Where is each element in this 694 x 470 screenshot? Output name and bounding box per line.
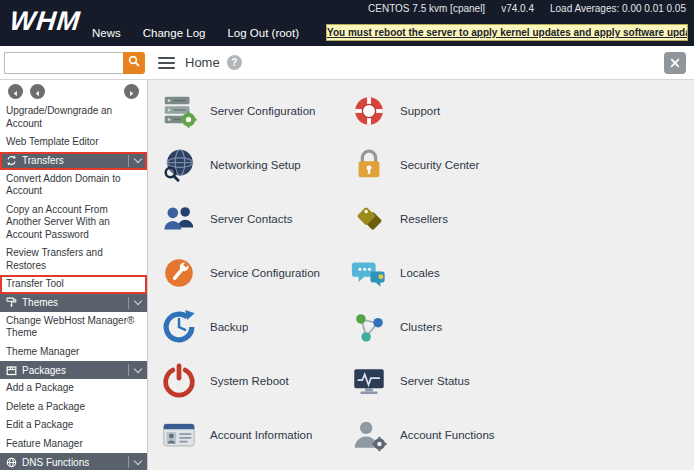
sidebar-section-transfers[interactable]: Transfers	[0, 152, 147, 170]
help-icon[interactable]: ?	[227, 55, 242, 70]
app-item-system-reboot[interactable]: System Reboot	[160, 362, 350, 400]
search-icon	[128, 55, 140, 70]
topnav-news[interactable]: News	[92, 27, 121, 39]
whm-logo[interactable]: WHM	[8, 6, 82, 37]
account-functions-icon	[350, 416, 388, 454]
section-label: Themes	[22, 297, 58, 308]
sidebar-item-copy-an-account-from-another-server-with-an-account-password[interactable]: Copy an Account From Another Server With…	[0, 201, 147, 245]
main-grid: Server ConfigurationSupportNetworking Se…	[148, 80, 694, 470]
search-input[interactable]	[4, 52, 123, 74]
app-item-label: Account Information	[210, 429, 312, 441]
server-contacts-icon	[160, 200, 198, 238]
app-item-locales[interactable]: Locales	[350, 254, 694, 292]
sidebar-item-feature-manager[interactable]: Feature Manager	[0, 435, 147, 454]
resellers-icon	[350, 200, 388, 238]
chevron-down-icon	[128, 456, 141, 468]
sidebar-section-dns-functions[interactable]: DNS Functions	[0, 453, 147, 470]
section-label: Packages	[22, 365, 66, 376]
app-item-networking-setup[interactable]: Networking Setup	[160, 146, 350, 184]
dns-functions-icon	[6, 457, 17, 468]
sidebar-item-theme-manager[interactable]: Theme Manager	[0, 343, 147, 362]
app-item-label: Networking Setup	[210, 159, 301, 171]
security-center-icon	[350, 146, 388, 184]
app-item-label: Backup	[210, 321, 248, 333]
sidebar-search	[0, 52, 148, 74]
app-item-server-contacts[interactable]: Server Contacts	[160, 200, 350, 238]
chevron-down-icon	[128, 297, 141, 309]
server-os-label: CENTOS 7.5 kvm [cpanel]	[368, 3, 485, 14]
load-averages-label: Load Averages: 0.00 0.01 0.05	[550, 3, 686, 14]
sidebar-item-web-template-editor[interactable]: Web Template Editor	[0, 133, 147, 152]
chevron-down-icon	[128, 155, 141, 167]
locales-icon	[350, 254, 388, 292]
app-item-service-configuration[interactable]: Service Configuration	[160, 254, 350, 292]
app-item-label: System Reboot	[210, 375, 289, 387]
app-item-support[interactable]: Support	[350, 92, 694, 130]
app-item-resellers[interactable]: Resellers	[350, 200, 694, 238]
nav-back-button[interactable]	[8, 84, 23, 99]
server-configuration-icon	[160, 92, 198, 130]
nav-forward-button[interactable]	[124, 84, 139, 99]
account-information-icon	[160, 416, 198, 454]
app-item-clusters[interactable]: Clusters	[350, 308, 694, 346]
sidebar-item-upgrade-downgrade-an-account[interactable]: Upgrade/Downgrade an Account	[0, 102, 147, 133]
backup-icon	[160, 308, 198, 346]
menu-hamburger-icon[interactable]	[158, 57, 175, 69]
version-label: v74.0.4	[501, 3, 534, 14]
app-item-label: Account Functions	[400, 429, 495, 441]
app-item-label: Security Center	[400, 159, 479, 171]
app-item-server-configuration[interactable]: Server Configuration	[160, 92, 350, 130]
sidebar-item-delete-a-package[interactable]: Delete a Package	[0, 398, 147, 417]
arrow-left-icon	[34, 83, 41, 101]
reboot-warning-banner[interactable]: You must reboot the server to apply kern…	[326, 24, 688, 41]
app-item-server-status[interactable]: Server Status	[350, 362, 694, 400]
server-status-icon	[350, 362, 388, 400]
close-button[interactable]	[664, 52, 686, 74]
app-item-label: Clusters	[400, 321, 442, 333]
sidebar-list: Upgrade/Downgrade an AccountWeb Template…	[0, 102, 147, 470]
app-item-label: Server Status	[400, 375, 470, 387]
topnav-change-log[interactable]: Change Log	[143, 27, 206, 39]
content: Upgrade/Downgrade an AccountWeb Template…	[0, 80, 694, 470]
sidebar-section-themes[interactable]: Themes	[0, 294, 147, 312]
arrow-left-icon	[12, 83, 19, 101]
app-item-security-center[interactable]: Security Center	[350, 146, 694, 184]
themes-icon	[6, 297, 17, 308]
reboot-warning-text: You must reboot the server to apply kern…	[327, 27, 687, 38]
clusters-icon	[350, 308, 388, 346]
sidebar-item-add-a-package[interactable]: Add a Package	[0, 379, 147, 398]
section-label: DNS Functions	[22, 457, 89, 468]
packages-icon	[6, 365, 17, 376]
sidebar: Upgrade/Downgrade an AccountWeb Template…	[0, 80, 148, 470]
sidebar-item-edit-a-package[interactable]: Edit a Package	[0, 416, 147, 435]
system-reboot-icon	[160, 362, 198, 400]
app-item-label: Server Configuration	[210, 105, 315, 117]
close-icon	[670, 54, 680, 72]
chevron-down-icon	[128, 364, 141, 376]
arrow-right-icon	[128, 83, 135, 101]
app-item-backup[interactable]: Backup	[160, 308, 350, 346]
app-item-label: Support	[400, 105, 440, 117]
search-button[interactable]	[123, 52, 145, 74]
app-item-account-functions[interactable]: Account Functions	[350, 416, 694, 454]
topbar: WHM CENTOS 7.5 kvm [cpanel] v74.0.4 Load…	[0, 0, 694, 46]
toolbar: Home ?	[0, 46, 694, 80]
networking-setup-icon	[160, 146, 198, 184]
topbar-nav: NewsChange LogLog Out (root)	[92, 27, 299, 39]
service-configuration-icon	[160, 254, 198, 292]
topnav-log-out-root[interactable]: Log Out (root)	[227, 27, 299, 39]
app-item-account-information[interactable]: Account Information	[160, 416, 350, 454]
sidebar-item-transfer-tool[interactable]: Transfer Tool	[0, 275, 147, 294]
app-item-label: Service Configuration	[210, 267, 320, 279]
transfers-icon	[6, 155, 17, 166]
app-item-label: Server Contacts	[210, 213, 292, 225]
sidebar-item-convert-addon-domain-to-account[interactable]: Convert Addon Domain to Account	[0, 170, 147, 201]
sidebar-item-review-transfers-and-restores[interactable]: Review Transfers and Restores	[0, 244, 147, 275]
support-icon	[350, 92, 388, 130]
sidebar-section-packages[interactable]: Packages	[0, 361, 147, 379]
app-item-label: Locales	[400, 267, 440, 279]
server-info-bar: CENTOS 7.5 kvm [cpanel] v74.0.4 Load Ave…	[368, 3, 686, 14]
nav-back2-button[interactable]	[30, 84, 45, 99]
sidebar-item-change-webhost-manager-theme[interactable]: Change WebHost Manager® Theme	[0, 312, 147, 343]
breadcrumb-home[interactable]: Home	[185, 55, 220, 70]
